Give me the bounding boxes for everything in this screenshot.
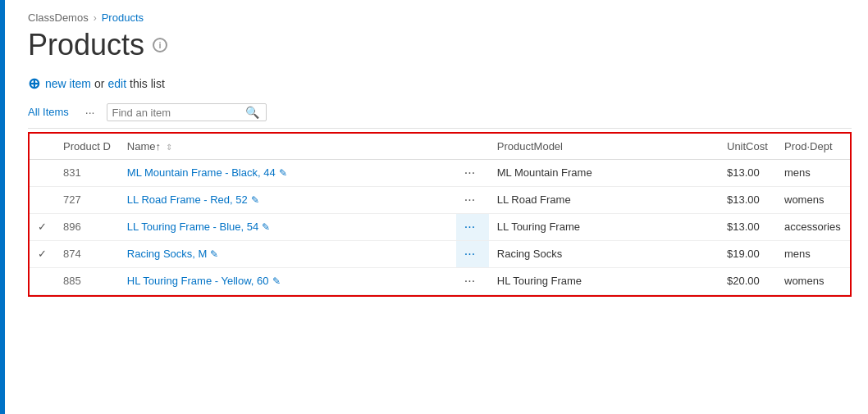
row-product-name: LL Touring Frame - Blue, 54✎ [119,213,456,240]
page-title: Products [28,29,144,61]
page-wrapper: ClassDemos › Products Products i ⊕ new i… [0,0,868,414]
row-check[interactable] [30,186,55,213]
col-unit-cost-header[interactable]: UnitCost [719,134,776,160]
row-prod-dept: accessories [776,213,850,240]
row-product-id: 874 [55,240,119,267]
search-box: 🔍 [107,103,267,121]
row-check[interactable] [30,267,55,294]
table-row: 885HL Touring Frame - Yellow, 60✎···HL T… [30,267,850,294]
table-body: 831ML Mountain Frame - Black, 44✎···ML M… [30,159,850,294]
breadcrumb-separator: › [94,12,97,24]
col-product-id-header[interactable]: Product D [55,134,119,160]
search-input[interactable] [112,107,244,119]
row-prod-dept: mens [776,159,850,186]
row-product-model: LL Touring Frame [489,213,719,240]
product-name-link[interactable]: LL Touring Frame - Blue, 54 [127,221,258,233]
col-name-header[interactable]: Name↑ ⇕ [119,134,456,160]
col-prod-dept-header[interactable]: Prod·Dept [776,134,850,160]
main-content: ClassDemos › Products Products i ⊕ new i… [16,0,868,313]
row-check[interactable]: ✓ [30,213,55,240]
table-wrapper: Product D Name↑ ⇕ ProductModel UnitCost [28,132,852,297]
search-icon[interactable]: 🔍 [244,106,261,119]
col-drag-handle: ⇕ [166,143,172,152]
breadcrumb-parent[interactable]: ClassDemos [28,11,89,24]
table-row: 727LL Road Frame - Red, 52✎···LL Road Fr… [30,186,850,213]
product-name-link[interactable]: ML Mountain Frame - Black, 44 [127,166,276,179]
row-context-menu[interactable]: ··· [456,186,489,213]
row-prod-dept: womens [776,267,850,294]
new-item-link[interactable]: new item [45,77,91,90]
row-prod-dept: womens [776,186,850,213]
row-check[interactable]: ✓ [30,240,55,267]
new-item-suffix: this list [130,77,165,90]
table-header-row: Product D Name↑ ⇕ ProductModel UnitCost [30,134,850,160]
tab-all-items[interactable]: All Items [28,102,75,123]
page-title-row: Products i [28,29,852,61]
row-product-model: HL Touring Frame [489,267,719,294]
row-product-model: ML Mountain Frame [489,159,719,186]
row-product-name: HL Touring Frame - Yellow, 60✎ [119,267,456,294]
row-unit-cost: $13.00 [719,159,776,186]
edit-list-link[interactable]: edit [107,77,126,90]
table-row: ✓874Racing Socks, M✎···Racing Socks$19.0… [30,240,850,267]
product-name-link[interactable]: LL Road Frame - Red, 52 [127,193,248,206]
blue-accent-bar [0,0,5,414]
row-prod-dept: mens [776,240,850,267]
row-context-menu[interactable]: ··· [456,213,489,240]
new-item-bar: ⊕ new item or edit this list [28,75,852,93]
products-table: Product D Name↑ ⇕ ProductModel UnitCost [30,134,850,295]
table-row: ✓896LL Touring Frame - Blue, 54✎···LL To… [30,213,850,240]
row-product-model: Racing Socks [489,240,719,267]
product-name-link[interactable]: HL Touring Frame - Yellow, 60 [127,275,269,287]
row-product-name: LL Road Frame - Red, 52✎ [119,186,456,213]
row-product-id: 727 [55,186,119,213]
table-row: 831ML Mountain Frame - Black, 44✎···ML M… [30,159,850,186]
row-product-name: Racing Socks, M✎ [119,240,456,267]
new-item-separator: or [94,77,104,90]
row-context-menu[interactable]: ··· [456,240,489,267]
row-unit-cost: $20.00 [719,267,776,294]
breadcrumb: ClassDemos › Products [28,11,852,24]
info-icon[interactable]: i [153,38,167,52]
edit-pencil-icon[interactable]: ✎ [210,248,222,260]
edit-pencil-icon[interactable]: ✎ [262,221,273,233]
row-context-menu[interactable]: ··· [456,159,489,186]
row-check[interactable] [30,159,55,186]
col-dots-header [456,134,489,160]
row-product-id: 896 [55,213,119,240]
breadcrumb-current[interactable]: Products [102,11,144,24]
new-item-plus-icon: ⊕ [28,75,40,93]
row-product-id: 885 [55,267,119,294]
edit-pencil-icon[interactable]: ✎ [272,275,284,287]
row-unit-cost: $13.00 [719,213,776,240]
row-product-model: LL Road Frame [489,186,719,213]
row-product-id: 831 [55,159,119,186]
row-context-menu[interactable]: ··· [456,267,489,294]
tab-more-options[interactable]: ··· [79,102,102,122]
row-product-name: ML Mountain Frame - Black, 44✎ [119,159,456,186]
col-product-model-header[interactable]: ProductModel [489,134,719,160]
edit-pencil-icon[interactable]: ✎ [251,194,263,206]
row-unit-cost: $13.00 [719,186,776,213]
edit-pencil-icon[interactable]: ✎ [279,167,290,179]
col-check-header [30,134,55,160]
toolbar: All Items ··· 🔍 [28,102,852,129]
row-unit-cost: $19.00 [719,240,776,267]
product-name-link[interactable]: Racing Socks, M [127,248,208,260]
